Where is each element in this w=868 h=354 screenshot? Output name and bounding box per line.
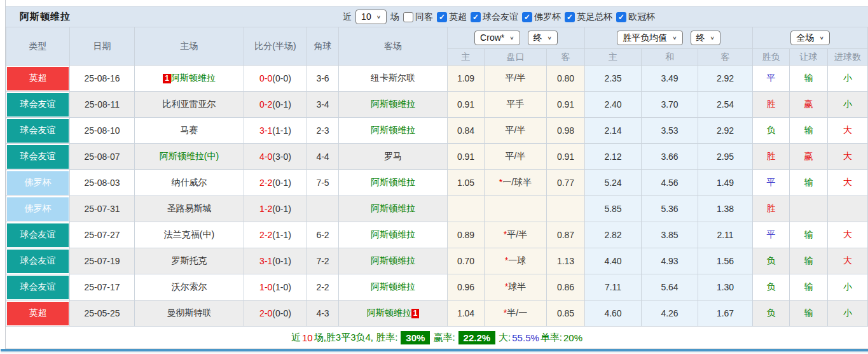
avg-stage-select[interactable]: 终 ∨ (691, 31, 720, 45)
summary-text: 近10场,胜3平3负4, 胜率:30%赢率:22.2%大:55.5% 单率:20… (6, 327, 868, 349)
home-cell: 比利亚雷亚尔 (135, 92, 244, 118)
away-team[interactable]: 纽卡斯尔联 (371, 73, 415, 83)
away-team[interactable]: 阿斯顿维拉 (367, 308, 411, 318)
odds-provider-value: Crow* (480, 32, 504, 43)
match-date: 25-07-17 (84, 282, 120, 292)
chevron-down-icon: ∨ (672, 34, 677, 42)
goals-result-cell: 大 (828, 144, 868, 170)
home-team[interactable]: 阿斯顿维拉(中) (160, 151, 219, 161)
odds-away: 1.13 (557, 256, 574, 266)
avg-away: 1.56 (717, 256, 734, 266)
goals-result: 大 (843, 177, 852, 187)
odds-away-cell: 0.86 (547, 274, 585, 301)
handicap-result-cell: 输 (790, 301, 828, 327)
home-team[interactable]: 圣路易斯城 (167, 203, 212, 213)
avg-draw: 3.53 (661, 125, 678, 136)
home-cell: 1阿斯顿维拉 (135, 66, 244, 92)
avg-away-cell: 1.49 (698, 170, 753, 196)
odds-provider-select[interactable]: Crow* ∨ (474, 31, 520, 45)
halftime-score: (1-1) (272, 230, 291, 240)
avg-away: 2.92 (717, 73, 734, 83)
away-team[interactable]: 阿斯顿维拉 (371, 255, 415, 266)
match-date: 25-05-25 (84, 308, 120, 318)
match-date: 25-08-16 (84, 73, 120, 83)
score-cell: 2-2(1-1) (244, 222, 307, 248)
avg-type-select[interactable]: 胜平负均值 ∨ (617, 31, 682, 45)
home-team[interactable]: 罗斯托克 (172, 255, 207, 266)
result-cell: 胜 (753, 196, 790, 222)
recent-count-select[interactable]: 10 ∨ (355, 10, 387, 24)
filter-checkbox-fa-cup[interactable]: ✓ (565, 12, 575, 22)
away-team[interactable]: 阿斯顿维拉 (371, 99, 415, 109)
filter-checkbox-ucl[interactable]: ✓ (616, 12, 626, 22)
odds-stage-value: 终 (534, 32, 542, 43)
handicap-line: 球半 (508, 281, 526, 292)
away-cell: 阿斯顿维拉 (339, 92, 448, 118)
handicap-cell: 平/半 (485, 144, 547, 170)
avg-home: 4.40 (604, 256, 621, 266)
home-team[interactable]: 曼彻斯特联 (167, 308, 212, 318)
scope-group-header: 全场 ∨ (753, 27, 868, 49)
corner-score: 2-2 (316, 282, 329, 292)
home-team[interactable]: 法兰克福(中) (164, 229, 214, 239)
same-away-checkbox[interactable] (403, 12, 413, 22)
away-team[interactable]: 罗马 (384, 151, 402, 161)
home-team[interactable]: 纳什威尔 (172, 177, 207, 187)
away-team[interactable]: 阿斯顿维拉 (371, 125, 415, 135)
odds-away: 0.98 (557, 125, 574, 136)
home-team[interactable]: 阿斯顿维拉 (171, 73, 216, 83)
summary-segment: 单率: (541, 332, 562, 344)
halftime-score: (0-1) (272, 99, 291, 110)
subcol-handicap-result: 让球 (790, 49, 828, 66)
goals-result: 小 (843, 308, 852, 318)
home-team[interactable]: 沃尔索尔 (172, 281, 207, 292)
filter-checkbox-epl[interactable]: ✓ (437, 12, 447, 22)
away-team[interactable]: 阿斯顿维拉 (371, 281, 415, 292)
rank-badge: 1 (411, 309, 420, 318)
type-cell: 球会友谊 (6, 92, 70, 118)
avg-draw: 3.66 (661, 152, 678, 162)
goals-result-cell: 大 (828, 170, 868, 196)
filter-checkbox-club-friendly[interactable]: ✓ (471, 12, 481, 22)
scope-select[interactable]: 全场 ∨ (790, 31, 829, 45)
avg-home: 2.12 (604, 152, 621, 162)
away-cell: 阿斯顿维拉 (339, 196, 448, 222)
away-team[interactable]: 阿斯顿维拉 (371, 177, 415, 187)
odds-group-header: Crow* ∨ 终 ∨ (448, 27, 585, 49)
handicap-result-cell: 输 (790, 118, 828, 144)
handicap-result: 输 (804, 125, 813, 135)
odds-away-cell: 0.91 (547, 144, 585, 170)
goals-result: 小 (843, 99, 852, 109)
home-cell: 沃尔索尔 (135, 274, 244, 301)
avg-away-cell: 2.92 (698, 118, 753, 144)
table-row: 英超25-05-25曼彻斯特联2-0(0-0)4-3阿斯顿维拉11.04*半/一… (6, 301, 868, 327)
handicap-result-cell: 输 (790, 170, 828, 196)
odds-away: 0.85 (557, 308, 574, 318)
odds-away-cell: 0.98 (547, 118, 585, 144)
summary-segment: 场,胜3平3负4, 胜率: (314, 332, 398, 344)
match-date: 25-07-27 (84, 230, 120, 240)
odds-home-cell: 1.09 (448, 66, 485, 92)
match-date: 25-08-03 (84, 178, 120, 188)
corner-score: 2-3 (316, 125, 329, 136)
chevron-down-icon: ∨ (509, 34, 514, 42)
fulltime-score: 3-1 (259, 125, 272, 136)
avg-draw: 4.93 (661, 256, 678, 266)
header-bar: 阿斯顿维拉 近 10 ∨ 场 同客✓英超✓球会友谊✓佛罗杯✓英足总杯✓欧冠杯 (6, 6, 868, 27)
odds-home-cell: 1.04 (448, 301, 485, 327)
home-cell: 法兰克福(中) (135, 222, 244, 248)
odds-home: 0.89 (457, 230, 474, 240)
home-team[interactable]: 比利亚雷亚尔 (163, 99, 216, 109)
corner-cell: 2-2 (307, 274, 339, 301)
type-badge: 佛罗杯 (7, 197, 69, 221)
handicap-line: 平手 (507, 99, 525, 109)
handicap-result: 赢 (804, 99, 813, 109)
filter-checkbox-floro-cup[interactable]: ✓ (522, 12, 532, 22)
away-team[interactable]: 阿斯顿维拉 (371, 203, 415, 213)
away-cell: 阿斯顿维拉 (339, 170, 448, 196)
home-team[interactable]: 马赛 (181, 125, 198, 135)
avg-draw: 4.26 (661, 308, 678, 318)
away-team[interactable]: 阿斯顿维拉 (371, 229, 415, 239)
odds-stage-select[interactable]: 终 ∨ (528, 31, 558, 45)
avg-away: 2.92 (717, 125, 734, 136)
